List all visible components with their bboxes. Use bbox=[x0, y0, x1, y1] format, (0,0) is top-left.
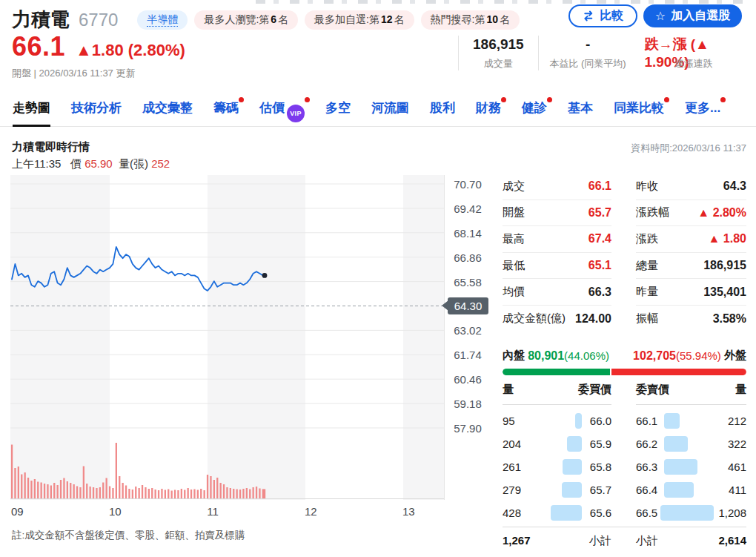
quote-row: 均價 66.3 昨量 135,401 bbox=[503, 279, 746, 306]
quote-row: 成交 66.1 昨收 64.3 bbox=[503, 174, 746, 200]
tab[interactable]: 技術分析 bbox=[71, 92, 122, 127]
quote-row: 成交金額(億) 124.00 振幅 3.58% bbox=[503, 306, 746, 332]
ask-volume-bar bbox=[664, 436, 688, 452]
y-axis-tick: 66.86 bbox=[445, 251, 491, 264]
y-axis-tick: 60.46 bbox=[445, 373, 491, 386]
compare-arrows-icon bbox=[583, 10, 595, 22]
rank-badge[interactable]: 熱門搜尋:第10名 bbox=[421, 10, 520, 30]
compare-button[interactable]: 比較 bbox=[568, 4, 637, 27]
y-axis-tick: 68.14 bbox=[445, 227, 491, 240]
bid-volume-bar bbox=[567, 436, 582, 452]
bid-volume-bar bbox=[563, 459, 582, 475]
x-axis-tick: 11 bbox=[207, 505, 219, 518]
tab[interactable]: 健診 bbox=[522, 92, 547, 127]
inner-outer-ratio: 內盤 80,901(44.06%) 102,705(55.94%) 外盤 bbox=[503, 349, 746, 375]
x-axis-tick: 12 bbox=[305, 505, 317, 518]
price-axis: 70.7069.4268.1466.8665.5864.3063.0261.74… bbox=[445, 175, 491, 501]
tab[interactable]: 股利 bbox=[430, 92, 455, 127]
tab[interactable]: 財務 bbox=[476, 92, 501, 127]
last-tick-info: 上午11:35 價 65.90 量(張) 252 bbox=[12, 157, 170, 171]
ask-volume-bar bbox=[664, 459, 697, 475]
inner-bar-segment bbox=[503, 369, 610, 375]
summary-stats: 186,915 成交量 - 本益比 (同業平均) 跌→漲 (▲ 1.90%) 連… bbox=[458, 36, 750, 70]
bid-price[interactable]: 65.9 bbox=[585, 438, 611, 450]
inner-outer-bar bbox=[503, 369, 746, 375]
intraday-chart-svg bbox=[10, 175, 445, 501]
notification-dot bbox=[501, 97, 506, 102]
quote-detail-table: 成交 66.1 昨收 64.3 開盤 65.7 漲跌幅 ▲ 2.80% bbox=[503, 174, 746, 332]
bid-volume-bar bbox=[551, 505, 582, 521]
notification-dot bbox=[664, 97, 669, 102]
ask-price[interactable]: 66.1 bbox=[636, 415, 661, 427]
ask-price[interactable]: 66.5 bbox=[636, 507, 657, 519]
x-axis-tick: 10 bbox=[109, 505, 122, 518]
quote-row: 開盤 65.7 漲跌幅 ▲ 2.80% bbox=[503, 200, 746, 227]
notification-dot bbox=[239, 97, 244, 102]
stat-cell: 186,915 成交量 bbox=[458, 36, 538, 70]
y-axis-tick: 63.02 bbox=[445, 324, 491, 337]
ask-price[interactable]: 66.2 bbox=[636, 438, 661, 450]
vip-badge: VIP bbox=[287, 105, 305, 122]
x-axis-tick: 13 bbox=[402, 505, 415, 518]
price-change: ▲1.80 (2.80%) bbox=[76, 41, 185, 60]
tab[interactable]: 成交彙整 bbox=[142, 92, 193, 127]
y-axis-tick: 59.18 bbox=[445, 398, 491, 410]
stock-name: 力積電 bbox=[12, 7, 70, 33]
quote-row: 最高 67.4 漲跌 ▲ 1.80 bbox=[503, 226, 746, 253]
ask-price[interactable]: 66.4 bbox=[636, 484, 661, 496]
chart-footnote: 註:成交金額不含盤後定價、零股、鉅額、拍賣及標購 bbox=[12, 529, 245, 542]
bid-price[interactable]: 65.6 bbox=[585, 507, 611, 519]
tab[interactable]: 多空 bbox=[325, 92, 351, 127]
y-axis-tick: 65.58 bbox=[445, 276, 491, 289]
rank-badge[interactable]: 最多加自選:第12名 bbox=[305, 10, 414, 30]
rank-badge[interactable]: 最多人瀏覽:第6名 bbox=[194, 10, 298, 30]
notification-dot bbox=[720, 97, 726, 102]
ask-volume-bar bbox=[664, 482, 694, 498]
bid-price[interactable]: 65.7 bbox=[585, 484, 611, 496]
orderbook-header: 量 委買價 委賣價 量 bbox=[503, 383, 746, 405]
stat-cell: 跌→漲 (▲ 1.90%) 連漲連跌 bbox=[637, 36, 750, 70]
bid-volume-bar bbox=[562, 482, 582, 498]
orderbook-row: 20465.966.2322 bbox=[503, 432, 746, 455]
notification-dot bbox=[547, 97, 552, 102]
ask-volume-bar bbox=[660, 505, 714, 521]
orderbook-row: 42865.666.51,208 bbox=[503, 501, 746, 524]
stock-quote-page: 力積電 6770 半導體 最多人瀏覽:第6名 最多加自選:第12名 熱門搜尋:第… bbox=[0, 0, 756, 557]
outer-bar-segment bbox=[611, 369, 746, 375]
tab[interactable]: 估價VIP bbox=[259, 92, 305, 127]
x-axis-tick: 09 bbox=[11, 505, 24, 518]
quote-row: 最低 65.1 總量 186,915 bbox=[503, 253, 746, 280]
y-axis-tick: 69.42 bbox=[445, 202, 491, 215]
bid-price[interactable]: 65.8 bbox=[585, 461, 611, 473]
rank-badges: 最多人瀏覽:第6名 最多加自選:第12名 熱門搜尋:第10名 bbox=[194, 10, 520, 30]
update-status: 開盤 | 2026/03/16 11:37 更新 bbox=[12, 67, 135, 80]
y-axis-tick: 57.90 bbox=[445, 422, 491, 435]
stat-cell: - 本益比 (同業平均) bbox=[538, 36, 637, 70]
data-time: 資料時間:2026/03/16 11:37 bbox=[631, 142, 746, 155]
bid-price[interactable]: 66.0 bbox=[585, 415, 611, 427]
last-price: 66.1 bbox=[12, 31, 65, 62]
orderbook-rows: 9566.066.121220465.966.232226165.866.346… bbox=[503, 409, 746, 524]
tab[interactable]: 走勢圖 bbox=[13, 92, 50, 127]
add-watchlist-button[interactable]: ☆ 加入自選股 bbox=[643, 4, 742, 27]
tab[interactable]: 基本 bbox=[568, 92, 593, 127]
tab[interactable]: 更多... bbox=[685, 92, 720, 127]
tab[interactable]: 同業比較 bbox=[614, 92, 664, 127]
prev-close-badge: 64.30 bbox=[448, 297, 488, 314]
ask-price[interactable]: 66.3 bbox=[636, 461, 661, 473]
badge-group: 半導體 最多人瀏覽:第6名 最多加自選:第12名 熱門搜尋:第10名 bbox=[137, 10, 520, 30]
orderbook-row: 9566.066.1212 bbox=[503, 409, 746, 432]
orderbook-row: 26165.866.3461 bbox=[503, 455, 746, 478]
y-axis-tick: 61.74 bbox=[445, 349, 491, 361]
bid-volume-bar bbox=[575, 413, 582, 429]
stock-code: 6770 bbox=[79, 10, 118, 30]
tab[interactable]: 籌碼 bbox=[213, 92, 239, 127]
star-icon: ☆ bbox=[655, 9, 666, 23]
price-block: 66.1 ▲1.80 (2.80%) bbox=[12, 31, 185, 62]
orderbook-subtotal: 1,267 小計 小計 2,614 bbox=[503, 527, 746, 548]
chart-title: 力積電即時行情 bbox=[12, 140, 90, 154]
header: 力積電 6770 半導體 最多人瀏覽:第6名 最多加自選:第12名 熱門搜尋:第… bbox=[12, 7, 520, 33]
tab[interactable]: 河流圖 bbox=[371, 92, 409, 127]
y-axis-tick: 70.70 bbox=[445, 178, 491, 191]
industry-tag[interactable]: 半導體 bbox=[137, 10, 188, 30]
